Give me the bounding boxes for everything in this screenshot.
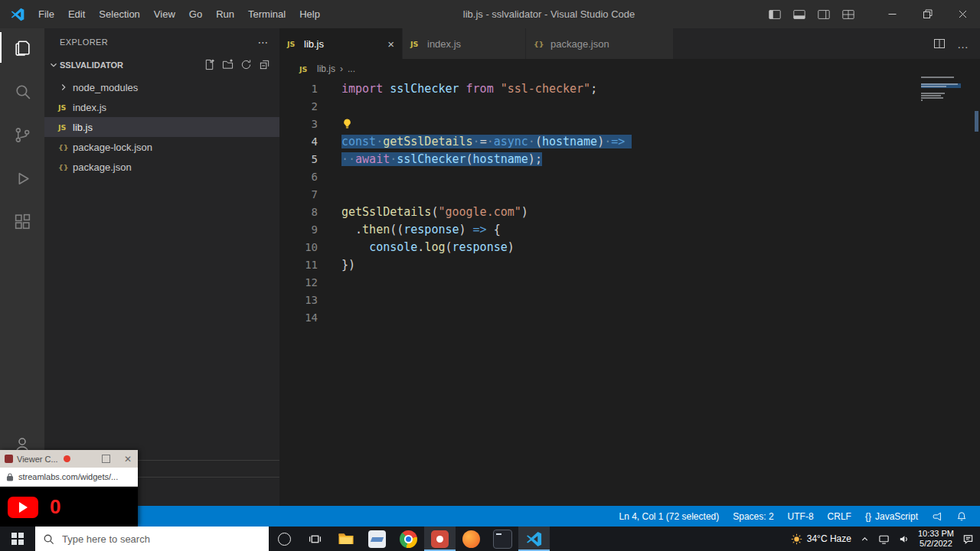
refresh-icon[interactable] bbox=[240, 59, 252, 70]
new-folder-icon[interactable] bbox=[222, 59, 234, 70]
new-file-icon[interactable] bbox=[204, 59, 215, 70]
code-line-9[interactable]: 9 .then((response) => { bbox=[279, 221, 980, 239]
tab-index.js[interactable]: JSindex.js bbox=[403, 28, 526, 59]
restore-button[interactable] bbox=[910, 0, 945, 28]
breadcrumb-separator: › bbox=[340, 64, 343, 74]
task-view-button[interactable] bbox=[299, 527, 330, 551]
code-line-13[interactable]: 13 bbox=[279, 292, 980, 309]
code-line-5[interactable]: 5··await·sslChecker(hostname); bbox=[279, 151, 980, 168]
editor-group: JSlib.js×JSindex.js{}package.json … JS l… bbox=[279, 28, 980, 506]
code-line-11[interactable]: 11}) bbox=[279, 256, 980, 274]
js-file-icon: JS bbox=[58, 123, 71, 132]
menu-help[interactable]: Help bbox=[292, 0, 327, 28]
overlay-titlebar[interactable]: Viewer C... ✕ bbox=[0, 450, 138, 468]
vscode-app-icon[interactable] bbox=[518, 527, 550, 551]
terminal-app-icon[interactable] bbox=[487, 527, 518, 551]
overlay-address-bar[interactable]: streamlabs.com/widgets/... bbox=[0, 468, 138, 487]
volume-icon[interactable] bbox=[898, 533, 910, 545]
minimize-button[interactable] bbox=[874, 0, 910, 28]
customize-layout-icon[interactable] bbox=[841, 7, 856, 22]
menu-view[interactable]: View bbox=[147, 0, 182, 28]
source-control-activity-icon[interactable] bbox=[0, 116, 44, 154]
code-line-4[interactable]: 4const·getSslDetails·=·async·(hostname)·… bbox=[279, 133, 980, 151]
app-icon-2[interactable] bbox=[361, 527, 393, 551]
overlay-maximize-icon[interactable] bbox=[102, 455, 110, 463]
code-line-2[interactable]: 2 bbox=[279, 98, 980, 116]
file-item-index.js[interactable]: JSindex.js bbox=[44, 97, 279, 117]
menu-edit[interactable]: Edit bbox=[61, 0, 92, 28]
menu-file[interactable]: File bbox=[31, 0, 61, 28]
status-encoding[interactable]: UTF-8 bbox=[781, 511, 821, 522]
streamlabs-app-icon[interactable] bbox=[424, 527, 456, 551]
line-number: 5 bbox=[279, 151, 318, 168]
recording-dot-icon bbox=[64, 455, 70, 462]
toggle-secondary-sidebar-icon[interactable] bbox=[816, 7, 831, 22]
status-eol[interactable]: CRLF bbox=[821, 511, 858, 522]
line-number: 10 bbox=[279, 239, 318, 256]
menu-terminal[interactable]: Terminal bbox=[241, 0, 292, 28]
toggle-panel-icon[interactable] bbox=[792, 7, 807, 22]
close-window-button[interactable] bbox=[945, 0, 980, 28]
line-number: 8 bbox=[279, 204, 318, 221]
code-line-7[interactable]: 7 bbox=[279, 186, 980, 204]
code-line-1[interactable]: 1import sslChecker from "ssl-checker"; bbox=[279, 80, 980, 98]
editor-more-actions-icon[interactable]: … bbox=[957, 37, 969, 51]
lightbulb-icon[interactable] bbox=[341, 118, 353, 129]
chrome-app-icon[interactable] bbox=[393, 527, 424, 551]
code-line-14[interactable]: 14 bbox=[279, 309, 980, 327]
network-icon[interactable] bbox=[878, 533, 890, 545]
app-icon-orange[interactable] bbox=[456, 527, 487, 551]
code-line-12[interactable]: 12 bbox=[279, 274, 980, 292]
tab-package.json[interactable]: {}package.json bbox=[526, 28, 674, 59]
explorer-more-actions-icon[interactable]: ⋯ bbox=[258, 36, 269, 48]
taskbar-clock[interactable]: 10:33 PM 5/2/2022 bbox=[918, 529, 954, 549]
file-item-package-lock.json[interactable]: {}package-lock.json bbox=[44, 137, 279, 157]
breadcrumb-more[interactable]: ... bbox=[348, 64, 355, 74]
split-editor-icon[interactable] bbox=[933, 37, 946, 50]
workspace-folder-row[interactable]: SSLVALIDATOR bbox=[44, 56, 279, 73]
code-text: ··await·sslChecker(hostname); bbox=[341, 151, 542, 168]
action-center-icon[interactable] bbox=[962, 533, 974, 545]
code-line-10[interactable]: 10 console.log(response) bbox=[279, 239, 980, 256]
search-activity-icon[interactable] bbox=[0, 72, 44, 110]
minimap[interactable] bbox=[921, 77, 961, 109]
status-language[interactable]: {} JavaScript bbox=[858, 511, 925, 522]
extensions-activity-icon[interactable] bbox=[0, 203, 44, 241]
run-debug-activity-icon[interactable] bbox=[0, 159, 44, 197]
file-label: package-lock.json bbox=[73, 142, 152, 153]
hidden-icons-chevron[interactable] bbox=[860, 534, 870, 544]
search-input[interactable] bbox=[60, 533, 261, 546]
cortana-button[interactable] bbox=[269, 527, 299, 551]
menu-selection[interactable]: Selection bbox=[92, 0, 146, 28]
start-button[interactable] bbox=[0, 527, 35, 551]
explorer-sidebar: EXPLORER ⋯ SSLVALIDATOR node_modulesJSin… bbox=[44, 28, 279, 506]
file-explorer-app-icon[interactable] bbox=[330, 527, 361, 551]
breadcrumb[interactable]: JS lib.js › ... bbox=[279, 59, 980, 79]
explorer-activity-icon[interactable] bbox=[0, 28, 44, 67]
menu-bar: FileEditSelectionViewGoRunTerminalHelp bbox=[31, 0, 327, 28]
code-editor[interactable]: 1import sslChecker from "ssl-checker";23… bbox=[279, 79, 980, 327]
tab-lib.js[interactable]: JSlib.js× bbox=[279, 28, 403, 59]
menu-go[interactable]: Go bbox=[182, 0, 209, 28]
code-line-8[interactable]: 8getSslDetails("google.com") bbox=[279, 204, 980, 221]
notifications-bell-icon[interactable] bbox=[949, 511, 974, 522]
collapse-folders-icon[interactable] bbox=[259, 59, 270, 70]
file-item-lib.js[interactable]: JSlib.js bbox=[44, 117, 279, 137]
taskbar-search[interactable] bbox=[35, 527, 269, 551]
toggle-sidebar-icon[interactable] bbox=[767, 7, 782, 22]
cortana-icon bbox=[278, 533, 291, 546]
status-indentation[interactable]: Spaces: 2 bbox=[726, 511, 780, 522]
code-line-3[interactable]: 3 bbox=[279, 116, 980, 133]
overlay-close-icon[interactable]: ✕ bbox=[124, 455, 132, 464]
breadcrumb-file[interactable]: lib.js bbox=[317, 64, 335, 74]
close-tab-icon[interactable]: × bbox=[380, 37, 394, 51]
menu-run[interactable]: Run bbox=[209, 0, 241, 28]
code-line-6[interactable]: 6 bbox=[279, 168, 980, 186]
status-cursor-position[interactable]: Ln 4, Col 1 (72 selected) bbox=[612, 511, 726, 522]
weather-status[interactable]: 34°C Haze bbox=[791, 533, 851, 545]
line-number: 9 bbox=[279, 221, 318, 239]
file-item-node_modules[interactable]: node_modules bbox=[44, 77, 279, 97]
feedback-icon[interactable] bbox=[925, 511, 949, 522]
file-item-package.json[interactable]: {}package.json bbox=[44, 157, 279, 177]
json-file-icon: {} bbox=[534, 40, 547, 48]
